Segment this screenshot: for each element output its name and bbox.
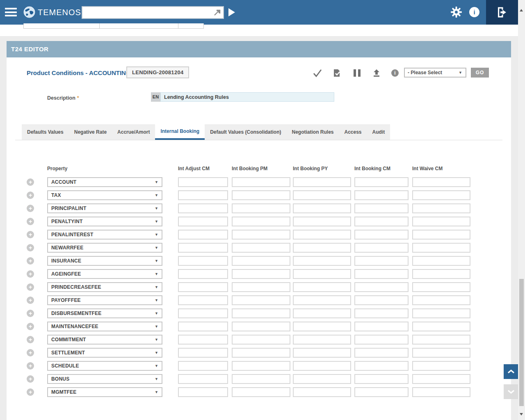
run-command-icon[interactable]: [228, 8, 235, 16]
int-booking-py-input[interactable]: [293, 374, 351, 384]
signout-button[interactable]: [486, 0, 518, 25]
int-booking-cm-input[interactable]: [354, 190, 409, 200]
property-select[interactable]: PRINDECREASEFEE ▼: [47, 282, 162, 292]
add-row-button[interactable]: +: [27, 336, 34, 343]
int-booking-py-input[interactable]: [293, 361, 351, 371]
add-row-button[interactable]: +: [27, 192, 34, 199]
int-waive-cm-input[interactable]: [412, 387, 470, 397]
property-select[interactable]: AGEINGFEE ▼: [47, 269, 162, 279]
search-input[interactable]: [82, 7, 212, 18]
int-adjust-cm-input[interactable]: [178, 295, 228, 305]
int-booking-cm-input[interactable]: [354, 335, 409, 345]
int-waive-cm-input[interactable]: [412, 230, 470, 240]
add-row-button[interactable]: +: [27, 297, 34, 304]
int-booking-py-input[interactable]: [293, 256, 351, 266]
int-booking-cm-input[interactable]: [354, 177, 409, 187]
int-booking-py-input[interactable]: [293, 217, 351, 226]
int-booking-pm-input[interactable]: [232, 282, 290, 292]
int-booking-pm-input[interactable]: [232, 387, 290, 397]
settings-gear-icon[interactable]: [451, 7, 462, 18]
int-booking-py-input[interactable]: [293, 190, 351, 200]
add-row-button[interactable]: +: [27, 375, 34, 383]
property-select[interactable]: ACCOUNT ▼: [47, 177, 162, 187]
int-booking-py-input[interactable]: [293, 177, 351, 187]
property-select[interactable]: COMMITMENT ▼: [47, 335, 162, 345]
int-booking-pm-input[interactable]: [232, 335, 290, 345]
int-waive-cm-input[interactable]: [412, 177, 470, 187]
property-select[interactable]: PRINCIPALINT ▼: [47, 203, 162, 213]
int-booking-cm-input[interactable]: [354, 217, 409, 226]
int-booking-cm-input[interactable]: [354, 387, 409, 397]
int-booking-py-input[interactable]: [293, 387, 351, 397]
action-select[interactable]: - Please Select ▼: [404, 68, 466, 78]
int-booking-pm-input[interactable]: [232, 177, 290, 187]
int-waive-cm-input[interactable]: [412, 308, 470, 318]
commit-document-icon[interactable]: [332, 69, 341, 77]
property-select[interactable]: SCHEDULE ▼: [47, 361, 162, 371]
add-row-button[interactable]: +: [27, 205, 34, 212]
int-adjust-cm-input[interactable]: [178, 230, 228, 240]
scroll-to-bottom-button[interactable]: [504, 384, 518, 399]
property-select[interactable]: BONUS ▼: [47, 374, 162, 384]
upload-icon[interactable]: [372, 69, 381, 77]
property-select[interactable]: NEWARRFEE ▼: [47, 243, 162, 253]
int-booking-py-input[interactable]: [293, 243, 351, 253]
property-select[interactable]: DISBURSEMENTFEE ▼: [47, 308, 162, 318]
scroll-to-top-button[interactable]: [504, 364, 518, 379]
int-booking-cm-input[interactable]: [354, 361, 409, 371]
add-row-button[interactable]: +: [27, 323, 34, 330]
int-booking-cm-input[interactable]: [354, 295, 409, 305]
add-row-button[interactable]: +: [27, 362, 34, 370]
cropped-field[interactable]: [99, 23, 178, 29]
int-booking-pm-input[interactable]: [232, 230, 290, 240]
int-waive-cm-input[interactable]: [412, 269, 470, 279]
int-waive-cm-input[interactable]: [412, 256, 470, 266]
add-row-button[interactable]: +: [27, 244, 34, 251]
property-select[interactable]: MAINTENANCEFEE ▼: [47, 322, 162, 331]
cropped-field[interactable]: [23, 23, 100, 29]
int-booking-pm-input[interactable]: [232, 217, 290, 226]
tab-audit[interactable]: Audit: [367, 124, 390, 140]
int-booking-pm-input[interactable]: [232, 243, 290, 253]
hold-pause-icon[interactable]: [354, 69, 363, 77]
int-waive-cm-input[interactable]: [412, 295, 470, 305]
int-adjust-cm-input[interactable]: [178, 269, 228, 279]
int-waive-cm-input[interactable]: [412, 217, 470, 226]
int-booking-py-input[interactable]: [293, 295, 351, 305]
int-waive-cm-input[interactable]: [412, 282, 470, 292]
int-booking-cm-input[interactable]: [354, 256, 409, 266]
add-row-button[interactable]: +: [27, 388, 34, 396]
int-adjust-cm-input[interactable]: [178, 177, 228, 187]
tab-accrue-amort[interactable]: Accrue/Amort: [112, 124, 155, 140]
int-adjust-cm-input[interactable]: [178, 282, 228, 292]
scrollbar-down-arrow-icon[interactable]: [520, 413, 523, 415]
tab-negative-rate[interactable]: Negative Rate: [69, 124, 112, 140]
add-row-button[interactable]: +: [27, 257, 34, 265]
go-button[interactable]: GO: [471, 68, 489, 78]
scrollbar-up-arrow-icon[interactable]: [520, 9, 523, 11]
cropped-field[interactable]: [178, 23, 204, 29]
int-booking-pm-input[interactable]: [232, 190, 290, 200]
int-booking-pm-input[interactable]: [232, 361, 290, 371]
tab-defaults-values[interactable]: Defaults Values: [22, 124, 69, 140]
int-waive-cm-input[interactable]: [412, 322, 470, 331]
add-row-button[interactable]: +: [27, 310, 34, 317]
help-info-icon[interactable]: i: [469, 7, 479, 17]
int-booking-py-input[interactable]: [293, 282, 351, 292]
int-booking-cm-input[interactable]: [354, 348, 409, 358]
int-booking-cm-input[interactable]: [354, 230, 409, 240]
property-select[interactable]: PENALINTEREST ▼: [47, 230, 162, 240]
tab-internal-booking[interactable]: Internal Booking: [155, 124, 205, 140]
int-adjust-cm-input[interactable]: [178, 243, 228, 253]
int-adjust-cm-input[interactable]: [178, 387, 228, 397]
int-booking-pm-input[interactable]: [232, 322, 290, 331]
add-row-button[interactable]: +: [27, 270, 34, 278]
tab-default-values-consolidation[interactable]: Default Values (Consolidation): [205, 124, 286, 140]
int-waive-cm-input[interactable]: [412, 190, 470, 200]
int-booking-cm-input[interactable]: [354, 282, 409, 292]
property-select[interactable]: MGMTFEE ▼: [47, 387, 162, 397]
int-booking-pm-input[interactable]: [232, 256, 290, 266]
int-booking-cm-input[interactable]: [354, 374, 409, 384]
int-adjust-cm-input[interactable]: [178, 190, 228, 200]
add-row-button[interactable]: +: [27, 231, 34, 238]
